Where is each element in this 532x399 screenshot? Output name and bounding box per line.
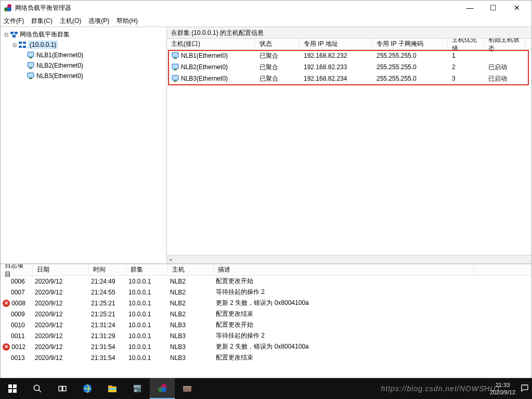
tree-host[interactable]: NLB2(Ethernet0)	[1, 60, 166, 71]
svg-rect-23	[13, 384, 17, 388]
tree-root-label: 网络负载平衡群集	[20, 30, 70, 39]
task-view-icon[interactable]	[50, 378, 75, 399]
taskbar-nlb-icon[interactable]	[150, 378, 175, 399]
log-cell-id: 0006	[1, 278, 33, 285]
menu-help[interactable]: 帮助(H)	[116, 17, 138, 25]
log-cell: 2020/9/12	[33, 278, 89, 285]
log-cell: 10.0.0.1	[126, 354, 168, 362]
svg-rect-11	[29, 57, 32, 58]
menu-options[interactable]: 选项(P)	[88, 17, 109, 25]
svg-rect-12	[28, 62, 34, 67]
svg-rect-5	[12, 35, 16, 37]
clock-time: 21:33	[490, 381, 515, 389]
log-cell: 10.0.0.1	[126, 311, 168, 318]
tray-clock[interactable]: 21:33 2020/9/12	[490, 381, 515, 396]
minimize-button[interactable]: —	[458, 1, 482, 15]
log-cell: 配置更改开始	[214, 277, 474, 286]
log-row[interactable]: 00062020/9/1221:24:4910.0.0.1NLB2配置更改开始	[1, 276, 531, 287]
svg-rect-19	[174, 69, 177, 70]
log-col-header[interactable]: 群集	[126, 264, 168, 275]
svg-rect-33	[108, 388, 116, 390]
menu-host[interactable]: 主机(O)	[60, 17, 81, 25]
log-row[interactable]: ✕ 00082020/9/1221:25:2110.0.0.1NLB2更新 2 …	[1, 298, 531, 308]
tree-host[interactable]: NLB3(Ethernet0)	[1, 71, 166, 81]
hosts-col-header[interactable]: 专用 IP 子网掩码	[372, 38, 448, 49]
log-row[interactable]: ✕ 00122020/9/1221:31:5410.0.0.1NLB3更新 2 …	[1, 341, 531, 352]
titlebar[interactable]: 网络负载平衡管理器 — ☐ ✕	[1, 1, 531, 15]
hosts-cell: 255.255.255.0	[372, 73, 448, 84]
start-button[interactable]	[0, 378, 25, 399]
log-cell: 10.0.0.1	[126, 278, 168, 285]
log-col-header[interactable]: 主机	[168, 264, 214, 275]
taskbar-ie-icon[interactable]	[75, 378, 100, 399]
svg-rect-20	[172, 75, 178, 80]
taskbar[interactable]: https://blog.csdn.net/NOWSHUT ˆ 21:33 20…	[0, 378, 532, 399]
taskbar-server-manager-icon[interactable]	[125, 378, 150, 399]
tree-cluster[interactable]: ⊟ (10.0.0.1)	[1, 40, 166, 50]
taskbar-app-icon[interactable]	[175, 378, 200, 399]
log-cell: 21:31:54	[89, 354, 126, 362]
log-row[interactable]: 00092020/9/1221:25:2110.0.0.1NLB2配置更改结束	[1, 308, 531, 319]
log-cell-id: 0011	[1, 332, 33, 340]
host-icon	[27, 72, 35, 80]
log-cell: 2020/9/12	[33, 332, 89, 340]
log-cell-id: ✕ 0008	[1, 300, 33, 307]
hosts-col-header[interactable]: 初始主机状态	[484, 38, 526, 49]
expand-icon[interactable]: ⊟	[3, 32, 10, 37]
log-col-header[interactable]: 时间	[89, 264, 126, 275]
hosts-cell: NLB2(Ethernet0)	[167, 61, 255, 73]
hosts-table[interactable]: 主机(接口)状态专用 IP 地址专用 IP 子网掩码主机优先级初始主机状态 NL…	[167, 38, 531, 255]
tray-chevron-icon[interactable]: ˆ	[483, 386, 485, 392]
tree-host-label: NLB3(Ethernet0)	[36, 72, 83, 80]
maximize-button[interactable]: ☐	[482, 1, 505, 15]
log-row[interactable]: 00102020/9/1221:31:2410.0.0.1NLB3配置更改开始	[1, 319, 531, 330]
menu-file[interactable]: 文件(F)	[4, 17, 24, 25]
log-cell: 配置更改开始	[214, 320, 474, 329]
log-cell: NLB2	[168, 289, 214, 296]
menu-cluster[interactable]: 群集(C)	[31, 17, 53, 25]
details-scrollbar[interactable]	[167, 255, 531, 263]
tree-host[interactable]: NLB1(Ethernet0)	[1, 50, 166, 60]
hosts-body: NLB1(Ethernet0)已聚合192.168.82.232255.255.…	[167, 50, 531, 84]
search-icon[interactable]	[25, 378, 50, 399]
tree-pane[interactable]: ⊟ 网络负载平衡群集 ⊟ (10.0.0.1) NLB1(Ethern	[1, 27, 167, 263]
log-row[interactable]: 00112020/9/1221:31:2910.0.0.1NLB3等待挂起的操作…	[1, 330, 531, 341]
svg-rect-24	[8, 389, 12, 393]
log-cell: 10.0.0.1	[126, 300, 168, 307]
log-row[interactable]: 00072020/9/1221:24:5510.0.0.1NLB2等待挂起的操作…	[1, 287, 531, 298]
log-cell: NLB3	[168, 354, 214, 362]
log-pane[interactable]: 日志项目日期时间群集主机描述 00062020/9/1221:24:4910.0…	[1, 263, 531, 378]
cluster-icon	[18, 41, 27, 49]
log-cell: 等待挂起的操作 2	[214, 331, 474, 340]
svg-rect-21	[174, 81, 177, 82]
details-header: 在群集 (10.0.0.1) 的主机配置信息	[167, 27, 531, 38]
hosts-col-header[interactable]: 主机优先级	[448, 38, 484, 49]
svg-rect-3	[10, 32, 14, 34]
taskbar-explorer-icon[interactable]	[100, 378, 125, 399]
log-cell: NLB3	[168, 321, 214, 329]
hosts-row[interactable]: NLB2(Ethernet0)已聚合192.168.82.233255.255.…	[167, 61, 531, 73]
hosts-col-header[interactable]: 专用 IP 地址	[300, 38, 372, 49]
log-col-header[interactable]: 日期	[33, 264, 89, 275]
log-cell: 2020/9/12	[33, 321, 89, 329]
hosts-col-header[interactable]: 状态	[255, 38, 300, 49]
log-col-header[interactable]: 日志项目	[1, 264, 33, 275]
tray[interactable]: ˆ 21:33 2020/9/12	[483, 381, 529, 396]
log-col-header[interactable]: 描述	[214, 264, 474, 275]
svg-rect-8	[19, 46, 22, 48]
menubar: 文件(F) 群集(C) 主机(O) 选项(P) 帮助(H)	[1, 15, 531, 27]
close-button[interactable]: ✕	[505, 1, 528, 15]
svg-rect-10	[28, 52, 34, 57]
hosts-cell: 2	[448, 61, 484, 73]
hosts-row[interactable]: NLB1(Ethernet0)已聚合192.168.82.232255.255.…	[167, 50, 531, 61]
hosts-row[interactable]: NLB3(Ethernet0)已聚合192.168.82.234255.255.…	[167, 73, 531, 84]
tree-cluster-label: (10.0.0.1)	[28, 41, 58, 49]
hosts-col-header[interactable]: 主机(接口)	[167, 38, 255, 49]
log-row[interactable]: 00132020/9/1221:31:5410.0.0.1NLB3配置更改结束	[1, 352, 531, 363]
app-title: 网络负载平衡管理器	[15, 4, 458, 12]
tree-root[interactable]: ⊟ 网络负载平衡群集	[1, 29, 166, 40]
host-icon	[27, 61, 35, 70]
notifications-icon[interactable]	[521, 384, 529, 393]
hosts-cell: 192.168.82.233	[300, 61, 372, 73]
expand-icon[interactable]: ⊟	[11, 42, 18, 48]
